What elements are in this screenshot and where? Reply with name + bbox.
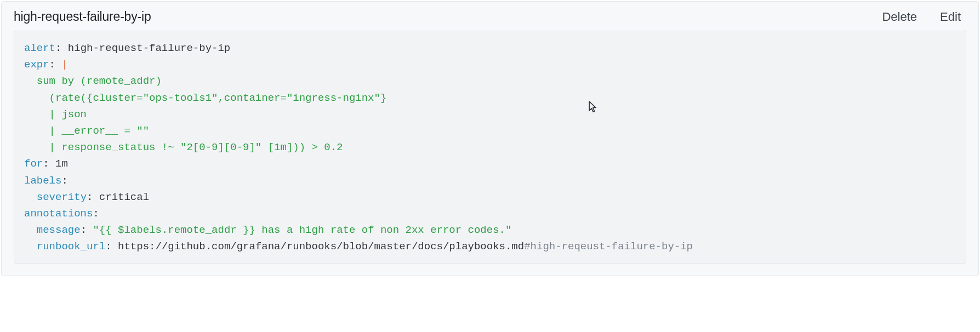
yaml-key-for: for — [24, 158, 43, 170]
yaml-value-for: 1m — [55, 158, 68, 170]
yaml-pipe: | — [61, 59, 67, 71]
yaml-colon: : — [105, 241, 118, 253]
edit-button[interactable]: Edit — [940, 10, 961, 24]
yaml-value-alert: high-request-failure-by-ip — [68, 42, 230, 54]
yaml-key-annotations: annotations — [24, 208, 93, 220]
yaml-colon: : — [61, 175, 67, 187]
yaml-expr-line: | response_status !~ "2[0-9][0-9]" [1m])… — [24, 141, 343, 153]
yaml-colon: : — [87, 191, 99, 203]
yaml-value-runbook-fragment: #high-reqeust-failure-by-ip — [524, 241, 693, 253]
yaml-key-runbook: runbook_url — [37, 241, 105, 253]
yaml-key-expr: expr — [24, 59, 49, 71]
yaml-key-severity: severity — [37, 191, 87, 203]
yaml-code-block: alert: high-request-failure-by-ip expr: … — [14, 31, 966, 264]
yaml-key-alert: alert — [24, 42, 55, 54]
yaml-colon: : — [93, 208, 99, 220]
yaml-colon: : — [55, 42, 68, 54]
yaml-expr-line: | json — [24, 108, 87, 121]
yaml-colon: : — [43, 158, 55, 170]
yaml-expr-line: sum by (remote_addr) — [24, 75, 162, 87]
yaml-key-message: message — [37, 224, 81, 236]
yaml-expr-line: (rate({cluster="ops-tools1",container="i… — [24, 92, 386, 104]
yaml-value-severity: critical — [99, 191, 149, 203]
yaml-colon: : — [49, 59, 62, 71]
card-header: high-request-failure-by-ip Delete Edit — [2, 2, 978, 31]
yaml-key-labels: labels — [24, 175, 61, 187]
yaml-colon: : — [81, 224, 93, 236]
yaml-value-message: "{{ $labels.remote_addr }} has a high ra… — [93, 224, 511, 236]
delete-button[interactable]: Delete — [882, 10, 917, 24]
alert-rule-card: high-request-failure-by-ip Delete Edit a… — [1, 1, 979, 276]
yaml-expr-line: | __error__ = "" — [24, 125, 149, 137]
rule-title: high-request-failure-by-ip — [14, 9, 151, 24]
card-actions: Delete Edit — [882, 10, 966, 24]
yaml-value-runbook-url: https://github.com/grafana/runbooks/blob… — [118, 241, 524, 253]
